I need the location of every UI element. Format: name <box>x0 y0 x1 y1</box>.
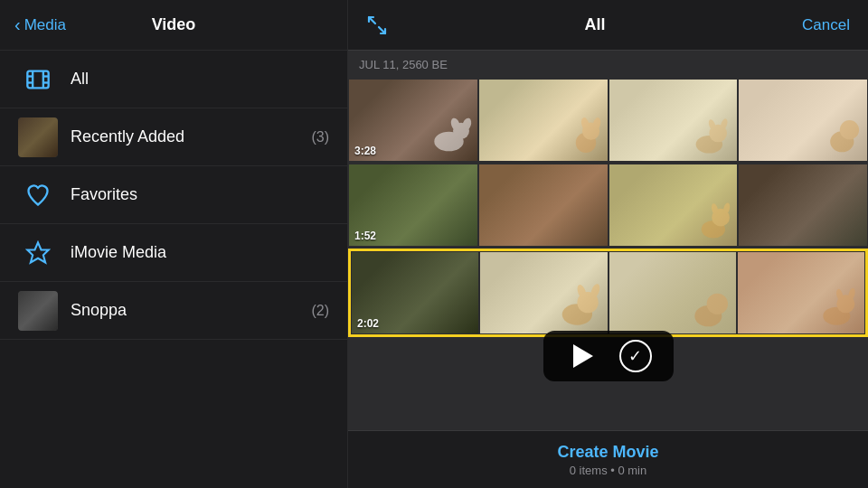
svg-point-33 <box>706 294 727 314</box>
video-thumb-3-2[interactable] <box>480 252 607 333</box>
video-duration-1: 3:28 <box>354 145 376 157</box>
recently-added-thumbnail <box>18 117 58 157</box>
main-footer: Create Movie 0 items • 0 min <box>348 430 868 488</box>
imovie-label: iMovie Media <box>71 243 329 262</box>
sidebar-item-imovie[interactable]: iMovie Media <box>0 224 347 282</box>
film-icon <box>18 60 58 99</box>
back-label: Media <box>24 16 66 34</box>
check-video-button[interactable]: ✓ <box>619 340 652 372</box>
sidebar-item-favorites[interactable]: Favorites <box>0 166 347 224</box>
recently-added-badge: (3) <box>311 129 329 145</box>
favorites-label: Favorites <box>71 185 329 204</box>
dog-silhouette-8 <box>816 283 861 328</box>
dog-silhouette-4 <box>823 110 863 155</box>
main-header: All Cancel <box>348 0 868 51</box>
dog-silhouette-6 <box>554 283 604 328</box>
svg-point-23 <box>840 120 859 139</box>
cancel-button[interactable]: Cancel <box>802 16 850 34</box>
all-label: All <box>71 70 329 89</box>
dog-silhouette-1 <box>424 113 474 154</box>
video-thumb-1-2[interactable] <box>479 80 608 161</box>
dog-silhouette-3 <box>688 115 733 155</box>
video-thumb-1-1[interactable]: 3:28 <box>349 80 477 161</box>
svg-marker-7 <box>27 242 48 262</box>
footer-sub-label: 0 items • 0 min <box>570 464 646 477</box>
star-icon <box>18 233 58 273</box>
dog-silhouette-7 <box>687 283 732 328</box>
heart-svg <box>25 183 51 208</box>
expand-icon-svg <box>366 14 388 36</box>
video-thumb-2-2[interactable] <box>479 164 608 246</box>
snoppa-thumb-img <box>18 291 58 331</box>
date-label: JUL 11, 2560 BE <box>348 51 868 77</box>
video-duration-2: 1:52 <box>354 230 376 242</box>
back-icon: ‹ <box>14 14 21 35</box>
sidebar-title: Video <box>152 15 196 34</box>
video-grid: JUL 11, 2560 BE 3:28 <box>348 51 868 430</box>
sidebar: ‹ Media Video All <box>0 0 348 488</box>
recently-added-thumb-img <box>18 117 58 157</box>
svg-rect-0 <box>27 70 48 88</box>
video-popup-controls: ✓ <box>543 331 674 381</box>
video-thumb-3-4[interactable] <box>738 252 864 333</box>
video-row-3[interactable]: 2:02 <box>348 249 868 337</box>
video-row-1[interactable]: 3:28 <box>348 79 868 162</box>
video-row-2[interactable]: 1:52 <box>348 164 868 247</box>
expand-button[interactable] <box>366 14 388 36</box>
recently-added-label: Recently Added <box>71 127 306 146</box>
sidebar-items-list: All Recently Added (3) Favorites <box>0 51 347 488</box>
video-thumb-2-4[interactable] <box>739 164 867 246</box>
back-button[interactable]: ‹ Media <box>14 14 66 35</box>
play-video-button[interactable] <box>565 340 598 372</box>
snoppa-label: Snoppa <box>71 301 306 320</box>
sidebar-item-all[interactable]: All <box>0 51 347 108</box>
heart-icon <box>18 175 58 215</box>
dog-silhouette-5 <box>693 200 733 240</box>
dog-silhouette-2 <box>568 115 604 155</box>
video-thumb-1-4[interactable] <box>739 80 867 161</box>
sidebar-item-recently-added[interactable]: Recently Added (3) <box>0 108 347 166</box>
snoppa-thumbnail <box>18 291 58 331</box>
video-thumb-3-3[interactable] <box>609 252 736 333</box>
snoppa-badge: (2) <box>311 303 329 319</box>
main-title: All <box>585 15 606 34</box>
main-content: All Cancel JUL 11, 2560 BE 3:28 <box>348 0 868 488</box>
video-thumb-1-3[interactable] <box>609 80 738 161</box>
star-svg <box>25 240 51 266</box>
video-thumb-2-1[interactable]: 1:52 <box>349 164 477 246</box>
create-movie-button[interactable]: Create Movie <box>557 443 658 462</box>
video-thumb-3-1[interactable]: 2:02 <box>352 252 478 333</box>
sidebar-item-snoppa[interactable]: Snoppa (2) <box>0 282 347 340</box>
video-duration-3: 2:02 <box>357 317 379 330</box>
sidebar-header: ‹ Media Video <box>0 0 347 51</box>
film-svg <box>25 67 51 92</box>
video-thumb-2-3[interactable] <box>609 164 738 246</box>
